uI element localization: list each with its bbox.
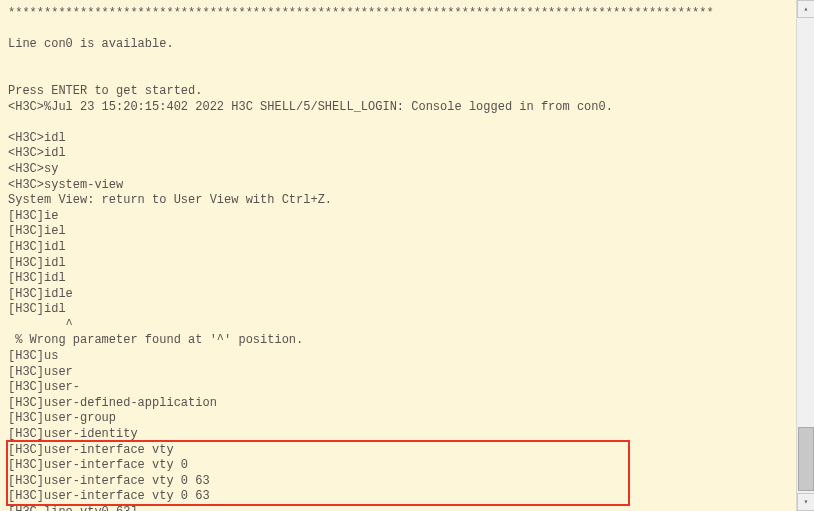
terminal-output: ****************************************…: [0, 0, 796, 511]
terminal-line: [H3C]user-interface vty: [8, 443, 788, 459]
terminal-line: [8, 53, 788, 69]
terminal-line: <H3C>sy: [8, 162, 788, 178]
terminal-line: [H3C]idl: [8, 302, 788, 318]
terminal-line: <H3C>%Jul 23 15:20:15:402 2022 H3C SHELL…: [8, 100, 788, 116]
terminal-line: [H3C]user-: [8, 380, 788, 396]
terminal-line: [H3C-line-vty0-63]: [8, 505, 788, 511]
terminal-line: [8, 22, 788, 38]
terminal-line: [H3C]idl: [8, 240, 788, 256]
terminal-line: <H3C>idl: [8, 131, 788, 147]
terminal-line: [H3C]user-defined-application: [8, 396, 788, 412]
terminal-line: [H3C]idle: [8, 287, 788, 303]
terminal-line: [H3C]user: [8, 365, 788, 381]
vertical-scrollbar[interactable]: ▴ ▾: [796, 0, 814, 511]
terminal-line: [H3C]iel: [8, 224, 788, 240]
terminal-line: <H3C>idl: [8, 146, 788, 162]
terminal-line: [H3C]user-interface vty 0: [8, 458, 788, 474]
terminal-line: [8, 68, 788, 84]
terminal-line: ^: [8, 318, 788, 334]
terminal-line: [H3C]user-interface vty 0 63: [8, 489, 788, 505]
terminal-line: [H3C]user-group: [8, 411, 788, 427]
terminal-line: [H3C]idl: [8, 256, 788, 272]
terminal-line: [8, 115, 788, 131]
terminal-line: [H3C]us: [8, 349, 788, 365]
terminal-line: [H3C]user-identity: [8, 427, 788, 443]
terminal-line: Line con0 is available.: [8, 37, 788, 53]
scroll-up-button[interactable]: ▴: [797, 0, 814, 18]
terminal-line: [H3C]user-interface vty 0 63: [8, 474, 788, 490]
chevron-up-icon: ▴: [804, 4, 809, 14]
terminal-line: Press ENTER to get started.: [8, 84, 788, 100]
terminal-line: % Wrong parameter found at '^' position.: [8, 333, 788, 349]
terminal-line: System View: return to User View with Ct…: [8, 193, 788, 209]
terminal-line: [H3C]idl: [8, 271, 788, 287]
terminal-line: [H3C]ie: [8, 209, 788, 225]
scrollbar-thumb[interactable]: [798, 427, 814, 491]
terminal-line: ****************************************…: [8, 6, 788, 22]
terminal-line: <H3C>system-view: [8, 178, 788, 194]
chevron-down-icon: ▾: [804, 497, 809, 507]
scroll-down-button[interactable]: ▾: [797, 493, 814, 511]
